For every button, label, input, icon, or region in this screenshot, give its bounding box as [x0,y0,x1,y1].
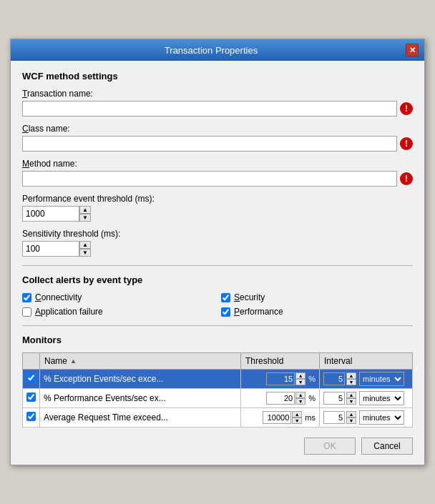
row-0-interval-select[interactable]: minuteshoursseconds [359,372,404,386]
dialog-body: WCF method settings Transaction name: ! … [11,61,424,465]
monitors-table: Name ▲ Threshold Interval % Exception Ev… [22,352,413,428]
row-0-interval-down[interactable]: ▼ [346,379,356,385]
performance-checkbox-item: Performance [221,307,413,317]
class-name-input[interactable] [22,136,397,152]
table-row: % Exception Events/sec exce...▲▼%▲▼minut… [23,370,413,389]
sensitivity-threshold-up[interactable]: ▲ [79,241,91,249]
row-1-interval-down[interactable]: ▼ [346,398,356,405]
row-2-threshold-input[interactable] [263,411,291,424]
row-0-interval-up[interactable]: ▲ [346,372,356,379]
perf-threshold-label: Performance event threshold (ms): [22,194,413,204]
wcf-section-title: WCF method settings [22,71,413,81]
row-1-name: % Performance Events/sec ex... [40,389,241,408]
row-2-threshold-down[interactable]: ▼ [292,417,302,424]
row-2-threshold-up[interactable]: ▲ [292,411,302,417]
connectivity-checkbox[interactable] [22,293,31,302]
perf-threshold-buttons: ▲ ▼ [79,206,91,222]
perf-threshold-up[interactable]: ▲ [79,206,91,214]
row-0-interval-input[interactable] [323,372,345,385]
th-check [23,353,40,370]
row-0-threshold-cell: ▲▼% [241,370,320,389]
row-2-check-cell [23,408,40,428]
row-0-threshold-down[interactable]: ▼ [295,379,306,385]
method-name-row: ! [22,171,413,187]
monitors-table-header: Name ▲ Threshold Interval [23,353,413,370]
row-2-interval-down[interactable]: ▼ [346,417,356,424]
table-row: Average Request Time exceed...▲▼ms▲▼minu… [23,408,413,428]
sensitivity-threshold-label: Sensitivity threshold (ms): [22,229,413,239]
table-row: % Performance Events/sec ex...▲▼%▲▼minut… [23,389,413,408]
row-1-interval-cell: ▲▼minuteshoursseconds [320,389,413,408]
connectivity-label: Connectivity [35,292,82,302]
divider-1 [22,265,413,266]
perf-threshold-down[interactable]: ▼ [79,214,91,222]
title-bar: Transaction Properties ✕ [11,39,424,61]
row-2-name: Average Request Time exceed... [40,408,241,428]
dialog-buttons: OK Cancel [22,438,413,455]
transaction-name-label: Transaction name: [22,89,413,99]
row-1-interval-input[interactable] [323,392,345,405]
sensitivity-threshold-spinner: ▲ ▼ [22,241,413,257]
appfailure-label: Application failure [35,307,103,317]
class-name-label: Class name: [22,124,413,134]
appfailure-checkbox-item: Application failure [22,307,214,317]
row-1-threshold-input[interactable] [266,392,295,405]
ok-button[interactable]: OK [304,438,356,455]
divider-2 [22,325,413,326]
row-2-interval-up[interactable]: ▲ [346,411,356,417]
row-2-interval-select[interactable]: minuteshoursseconds [359,410,404,425]
class-name-error-icon: ! [400,137,413,150]
row-2-interval-cell: ▲▼minuteshoursseconds [320,408,413,428]
row-1-threshold-unit: % [308,394,316,402]
performance-label: Performance [234,307,283,317]
row-1-interval-select[interactable]: minuteshoursseconds [359,391,404,405]
cancel-button[interactable]: Cancel [361,438,413,455]
method-name-input[interactable] [22,171,397,187]
row-2-checkbox[interactable] [26,412,36,421]
method-name-label: Method name: [22,159,413,169]
alerts-section-title: Collect alerts by event type [22,275,413,285]
close-button[interactable]: ✕ [406,44,419,56]
row-1-check-cell [23,389,40,408]
row-2-threshold-cell: ▲▼ms [241,408,320,428]
th-interval: Interval [320,353,413,370]
class-name-row: ! [22,136,413,152]
transaction-name-row: ! [22,101,413,117]
alerts-checkboxes: Connectivity Security Application failur… [22,292,413,317]
row-0-check-cell [23,370,40,389]
sensitivity-threshold-input[interactable] [22,241,79,257]
row-0-threshold-input[interactable] [266,372,295,385]
sensitivity-threshold-buttons: ▲ ▼ [79,241,91,257]
monitors-section-title: Monitors [22,335,413,345]
security-label: Security [234,292,265,302]
sort-arrow-icon: ▲ [70,357,77,365]
transaction-name-input[interactable] [22,101,397,117]
dialog-title: Transaction Properties [16,45,406,56]
row-0-name: % Exception Events/sec exce... [40,370,241,389]
row-1-interval-up[interactable]: ▲ [346,392,356,398]
row-2-threshold-unit: ms [305,413,316,422]
row-1-threshold-up[interactable]: ▲ [295,392,306,398]
th-name: Name ▲ [40,353,241,370]
row-0-threshold-unit: % [308,375,316,383]
row-2-interval-input[interactable] [323,411,345,424]
row-0-threshold-up[interactable]: ▲ [295,372,306,379]
security-checkbox-item: Security [221,292,413,302]
security-checkbox[interactable] [221,293,230,302]
transaction-properties-dialog: Transaction Properties ✕ WCF method sett… [10,39,425,465]
performance-checkbox[interactable] [221,307,230,317]
connectivity-checkbox-item: Connectivity [22,292,214,302]
row-1-threshold-cell: ▲▼% [241,389,320,408]
perf-threshold-spinner: ▲ ▼ [22,206,413,222]
row-0-checkbox[interactable] [26,373,36,382]
th-name-label: Name [44,356,67,366]
row-1-threshold-down[interactable]: ▼ [295,398,306,405]
row-1-checkbox[interactable] [26,392,36,402]
method-name-error-icon: ! [400,172,413,185]
appfailure-checkbox[interactable] [22,307,31,317]
row-0-interval-cell: ▲▼minuteshoursseconds [320,370,413,389]
perf-threshold-input[interactable] [22,206,79,222]
transaction-name-error-icon: ! [400,102,413,115]
th-threshold: Threshold [241,353,320,370]
sensitivity-threshold-down[interactable]: ▼ [79,249,91,257]
